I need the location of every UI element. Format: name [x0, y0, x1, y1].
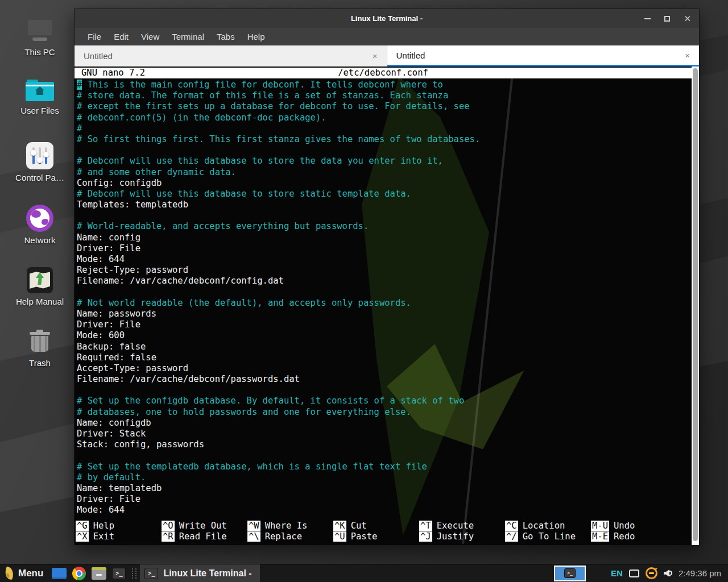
desktop-icon-this-pc[interactable]: This PC: [8, 19, 72, 57]
terminal-scrollbar[interactable]: [692, 66, 699, 545]
terminal-line: [77, 210, 690, 221]
terminal-line: # World-readable, and accepts everything…: [77, 221, 690, 232]
terminal-line: Reject-Type: password: [77, 265, 690, 276]
terminal-line: Name: config: [77, 232, 690, 243]
terminal-line: Config: configdb: [77, 178, 690, 189]
tab-close-icon[interactable]: ×: [373, 51, 378, 61]
terminal-line: Mode: 600: [77, 330, 690, 341]
terminal-line: [77, 145, 690, 156]
scrollbar-thumb[interactable]: [693, 68, 698, 541]
terminal-line: [77, 287, 690, 298]
tab-label: Untitled: [396, 51, 425, 60]
updates-tray-icon[interactable]: [646, 567, 657, 579]
terminal-line: # except the first sets up a database fo…: [77, 101, 690, 112]
desktop-icon-trash[interactable]: Trash: [8, 330, 72, 368]
minimize-icon[interactable]: [644, 18, 651, 19]
system-tray: EN 2:49:36 pm: [611, 567, 723, 579]
desktop-icon-label: User Files: [8, 106, 72, 115]
nano-shortcut: ^/Go To Line: [505, 531, 591, 542]
tab-label: Untitled: [84, 51, 113, 61]
terminal-line: Driver: File: [77, 243, 690, 254]
workspace-window-icon: >_: [564, 568, 576, 578]
taskbar-separator: [132, 568, 136, 579]
terminal-line: Driver: Stack: [77, 429, 690, 439]
volume-icon[interactable]: [664, 569, 672, 577]
terminal-view[interactable]: GNU nano 7.2 /etc/debconf.conf # This is…: [75, 66, 699, 545]
terminal-line: Name: configdb: [77, 418, 690, 429]
nano-titlebar: GNU nano 7.2 /etc/debconf.conf: [75, 68, 692, 78]
desktop-icon-label: Trash: [8, 358, 72, 368]
terminal-line: # store data. The format of this file is…: [77, 90, 690, 101]
menu-button[interactable]: Menu: [18, 568, 43, 579]
terminal-line: # Set up the configdb database. By defau…: [77, 396, 690, 406]
linux-lite-logo-icon[interactable]: [4, 566, 15, 580]
menu-help[interactable]: Help: [241, 32, 271, 41]
globe-icon: [26, 205, 53, 232]
menu-file[interactable]: File: [81, 32, 107, 41]
this-pc-icon: [25, 19, 55, 44]
terminal-line: Driver: File: [77, 319, 690, 330]
terminal-icon: >_: [144, 568, 158, 579]
terminal-line: Name: passwords: [77, 309, 690, 319]
nano-shortcut: M-UUndo: [591, 521, 677, 531]
desktop-icon-help-manual[interactable]: Help Manual: [8, 267, 72, 306]
menu-view[interactable]: View: [135, 32, 166, 41]
menu-edit[interactable]: Edit: [107, 32, 135, 41]
menu-terminal[interactable]: Terminal: [166, 32, 210, 41]
terminal-line: # debconf.conf(5) (in the debconf-doc pa…: [77, 113, 690, 123]
workspace-switcher[interactable]: >_: [554, 566, 586, 581]
desktop-icon-network[interactable]: Network: [8, 205, 72, 245]
chrome-icon[interactable]: [72, 567, 86, 580]
home-folder-icon: [26, 80, 54, 102]
desktop-icon-label: This PC: [8, 47, 72, 57]
terminal-line: Mode: 644: [77, 505, 690, 516]
maximize-icon[interactable]: [664, 16, 670, 22]
window-titlebar[interactable]: Linux Lite Terminal - ✕: [75, 9, 699, 28]
nano-shortcut: ^WWhere Is: [247, 521, 333, 531]
file-manager-icon[interactable]: [92, 567, 106, 580]
nano-shortcut: ^XExit: [76, 531, 162, 542]
text-cursor: #: [77, 80, 82, 90]
sliders-icon: [26, 142, 53, 169]
terminal-line: [77, 385, 690, 396]
keyboard-layout-indicator[interactable]: EN: [611, 568, 623, 578]
terminal-line: Driver: File: [77, 494, 690, 505]
show-desktop-icon[interactable]: [52, 568, 67, 579]
terminal-line: Accept-Type: password: [77, 363, 690, 374]
terminal-line: Filename: /var/cache/debconf/passwords.d…: [77, 374, 690, 385]
manual-map-icon: [27, 267, 53, 293]
nano-shortcut: ^JJustify: [419, 531, 505, 542]
desktop-icon-user-files[interactable]: User Files: [8, 80, 72, 115]
terminal-line: Required: false: [77, 352, 690, 363]
close-icon[interactable]: ✕: [684, 14, 691, 23]
terminal-line: #: [77, 123, 690, 134]
terminal-line: # This is the main config file for debco…: [77, 80, 690, 90]
tab-untitled-1[interactable]: Untitled ×: [75, 45, 387, 66]
clock[interactable]: 2:49:36 pm: [679, 568, 721, 578]
desktop-icon-control-panel[interactable]: Control Pa…: [8, 142, 72, 182]
nano-shortcut: ^TExecute: [419, 521, 505, 531]
desktop-icon-label: Control Pa…: [8, 173, 72, 182]
terminal-line: Backup: false: [77, 342, 690, 352]
task-button-terminal[interactable]: >_ Linux Lite Terminal -: [140, 564, 259, 582]
nano-shortcut: ^\Replace: [247, 531, 333, 542]
nano-shortcut: ^RRead File: [162, 531, 247, 542]
screen-tray-icon[interactable]: [629, 569, 639, 577]
terminal-line: # Not world readable (the default), and …: [77, 298, 690, 309]
terminal-line: # Debconf will use this database to stor…: [77, 156, 690, 167]
terminal-launcher-icon[interactable]: >_: [112, 568, 126, 579]
nano-shortcut: ^GHelp: [76, 521, 162, 531]
nano-shortcut: ^OWrite Out: [162, 521, 247, 531]
terminal-line: Templates: templatedb: [77, 199, 690, 210]
tab-close-icon[interactable]: ×: [685, 51, 690, 60]
terminal-line: Stack: config, passwords: [77, 439, 690, 450]
trash-icon: [27, 330, 52, 355]
tab-bar: Untitled × Untitled ×: [75, 45, 699, 66]
tab-untitled-2[interactable]: Untitled ×: [387, 45, 700, 66]
terminal-line: # by default.: [77, 472, 690, 483]
nano-buffer: # This is the main config file for debco…: [77, 80, 690, 516]
nano-filename: /etc/debconf.conf: [75, 68, 692, 78]
terminal-line: Name: templatedb: [77, 483, 690, 494]
menu-tabs[interactable]: Tabs: [210, 32, 241, 41]
nano-shortcut: ^UPaste: [333, 531, 419, 542]
